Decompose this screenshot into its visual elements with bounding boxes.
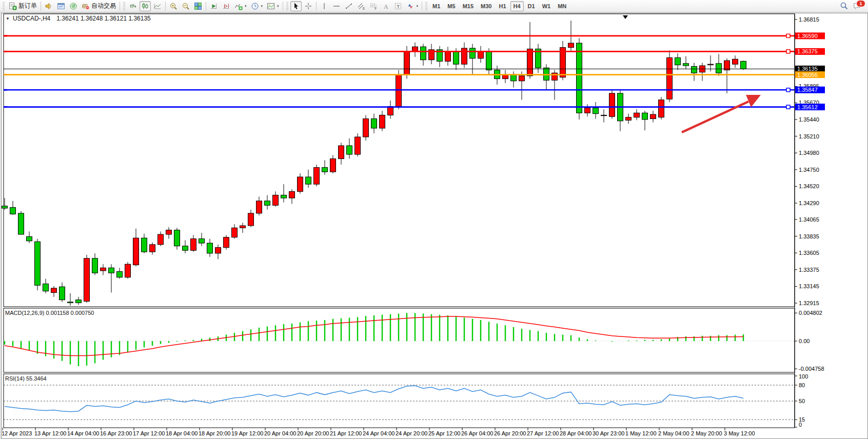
new-order-button[interactable]: 新订单 (7, 1, 38, 11)
svg-text:E: E (363, 7, 365, 10)
svg-text:26 Apr 04:00: 26 Apr 04:00 (461, 430, 493, 436)
horizontal-line-button[interactable] (331, 1, 342, 11)
toolbar-drag-handle[interactable] (286, 2, 288, 10)
toolbar-separator (316, 2, 317, 11)
zoom-in-icon (169, 2, 177, 10)
indicators-icon (234, 2, 243, 10)
chart-title: ▼ USDCAD-,H4 1.36241 1.36248 1.36121 1.3… (6, 15, 151, 22)
svg-text:16 Apr 23:00: 16 Apr 23:00 (100, 430, 132, 436)
svg-text:1.33835: 1.33835 (799, 233, 819, 240)
code-window-icon (57, 2, 65, 10)
autotrading-icon (82, 2, 90, 10)
dropdown-caret-icon[interactable]: ▾ (245, 4, 247, 8)
svg-text:1.35847: 1.35847 (797, 87, 818, 93)
svg-text:0.004802: 0.004802 (799, 310, 822, 316)
svg-text:100: 100 (799, 373, 808, 380)
bar-chart-button[interactable] (127, 1, 139, 11)
timeframe-m30-button[interactable]: M30 (478, 1, 495, 11)
timeframe-m1-button[interactable]: M1 (429, 1, 443, 11)
timeframe-d1-button[interactable]: D1 (525, 1, 538, 11)
timeframe-h1-button[interactable]: H1 (496, 1, 509, 11)
horizontal-line-icon (332, 2, 341, 10)
timeframe-w1-button[interactable]: W1 (539, 1, 554, 11)
svg-text:1.33145: 1.33145 (799, 283, 819, 289)
cursor-button[interactable] (290, 1, 302, 11)
notifications-button[interactable]: 1 (851, 1, 863, 11)
svg-text:21 Apr 12:00: 21 Apr 12:00 (330, 430, 362, 436)
radar-icon (69, 2, 77, 10)
metaeditor-button[interactable] (55, 1, 67, 11)
svg-text:24 Apr 04:00: 24 Apr 04:00 (363, 430, 394, 436)
text-button[interactable]: A (380, 1, 391, 11)
toolbar-drag-handle[interactable] (123, 2, 125, 10)
svg-text:28 Apr 04:00: 28 Apr 04:00 (560, 430, 591, 436)
equidistant-channel-button[interactable]: E (356, 1, 367, 11)
candlestick-chart-button[interactable] (140, 1, 151, 11)
zoom-in-button[interactable] (168, 1, 179, 11)
chart-canvas[interactable]: 1.368151.365851.363551.358951.356701.354… (2, 13, 867, 438)
text-label-button[interactable]: T (392, 1, 404, 11)
svg-text:2 May 20:00: 2 May 20:00 (691, 430, 722, 436)
crosshair-button[interactable] (303, 1, 314, 11)
svg-text:1 May 12:00: 1 May 12:00 (625, 430, 657, 436)
zoom-out-button[interactable] (180, 1, 191, 11)
svg-text:1.34750: 1.34750 (799, 167, 819, 173)
svg-text:1.36590: 1.36590 (797, 33, 818, 39)
svg-text:1.34065: 1.34065 (799, 216, 819, 223)
trendline-icon (345, 2, 353, 10)
toolbar-separator (206, 2, 206, 11)
dropdown-caret-icon[interactable]: ▾ (417, 4, 419, 8)
svg-text:F: F (374, 7, 377, 10)
svg-text:1.36056: 1.36056 (797, 72, 818, 78)
vertical-line-icon (320, 2, 328, 10)
timeframe-m15-button[interactable]: M15 (460, 1, 477, 11)
svg-text:19 Apr 12:00: 19 Apr 12:00 (231, 430, 263, 436)
svg-text:1.34520: 1.34520 (799, 183, 819, 189)
svg-text:50: 50 (799, 398, 805, 404)
svg-text:0.00: 0.00 (799, 338, 810, 344)
arrows-button[interactable]: ▾ (405, 1, 420, 11)
chart-shift-button[interactable] (221, 1, 232, 11)
toolbar-drag-handle[interactable] (3, 2, 5, 10)
trendline-button[interactable] (343, 1, 354, 11)
autotrading-button[interactable]: 自动交易 (80, 1, 117, 11)
indicators-button[interactable]: ▾ (233, 1, 248, 11)
svg-text:1.35612: 1.35612 (797, 104, 818, 110)
auto-scroll-button[interactable] (208, 1, 220, 11)
svg-text:1.36135: 1.36135 (797, 66, 818, 72)
svg-text:13 Apr 12:00: 13 Apr 12:00 (34, 430, 66, 436)
toolbar-separator (41, 2, 41, 11)
svg-text:1.35210: 1.35210 (799, 133, 819, 139)
timeframe-h4-button[interactable]: H4 (510, 1, 524, 11)
chart-window[interactable]: 1.368151.365851.363551.358951.356701.354… (1, 13, 868, 439)
fibonacci-button[interactable]: F (368, 1, 379, 11)
svg-text:1.36375: 1.36375 (797, 48, 818, 54)
ohlc-values: 1.36241 1.36248 1.36121 1.36135 (56, 15, 151, 22)
templates-button[interactable]: ▾ (265, 1, 281, 11)
speaker-icon (45, 2, 53, 10)
line-chart-button[interactable] (152, 1, 163, 11)
timeframe-m5-button[interactable]: M5 (444, 1, 458, 11)
toolbar-separator (120, 2, 120, 11)
toolbar-separator (283, 2, 283, 11)
notification-badge: 1 (856, 0, 865, 7)
symbol-period-label: USDCAD-,H4 (13, 15, 50, 22)
vertical-line-button[interactable] (319, 1, 330, 11)
candlestick-icon (141, 2, 149, 10)
dropdown-caret-icon[interactable]: ▾ (277, 4, 279, 8)
periods-button[interactable]: ▾ (249, 1, 265, 11)
search-button[interactable] (838, 1, 850, 11)
tile-windows-button[interactable] (192, 1, 204, 11)
zoom-out-icon (182, 2, 190, 10)
search-icon (840, 2, 849, 10)
strategy-tester-button[interactable] (68, 1, 79, 11)
text-label-icon: T (394, 2, 402, 10)
dropdown-caret-icon[interactable]: ▾ (261, 4, 263, 8)
sound-alert-button[interactable] (43, 1, 54, 11)
symbol-dropdown-icon[interactable]: ▼ (6, 16, 10, 21)
toolbar-drag-handle[interactable] (425, 2, 427, 10)
time-axis[interactable]: 12 Apr 202313 Apr 12:0014 Apr 04:0016 Ap… (2, 428, 755, 436)
svg-text:1.36815: 1.36815 (799, 16, 819, 23)
template-icon (267, 2, 275, 10)
timeframe-mn-button[interactable]: MN (555, 1, 569, 11)
